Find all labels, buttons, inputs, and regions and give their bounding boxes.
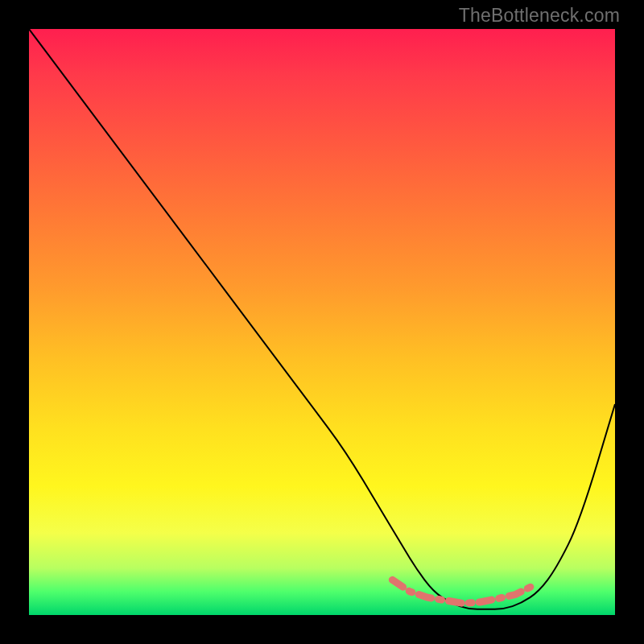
plot-area bbox=[29, 29, 615, 615]
optimal-range-marker bbox=[392, 580, 533, 603]
chart-svg bbox=[29, 29, 615, 615]
chart-root: TheBottleneck.com bbox=[0, 0, 644, 644]
watermark-text: TheBottleneck.com bbox=[459, 5, 620, 27]
bottleneck-curve bbox=[29, 29, 615, 609]
